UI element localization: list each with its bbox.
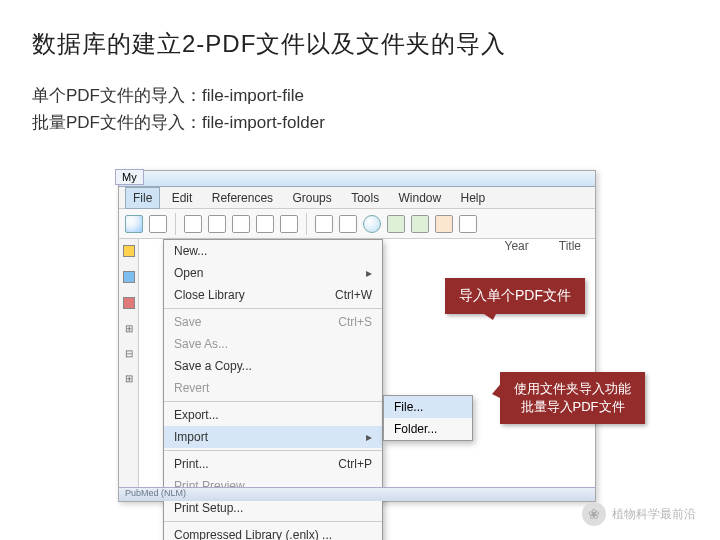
sidebar-expand-icon[interactable]: ⊞ [125, 373, 133, 384]
menu-item-close[interactable]: Close LibraryCtrl+W [164, 284, 382, 306]
sidebar-folder-icon[interactable] [123, 245, 135, 257]
menu-item-savecopy[interactable]: Save a Copy... [164, 355, 382, 377]
toolbar [119, 209, 595, 239]
menu-item-new[interactable]: New... [164, 240, 382, 262]
toolbar-btn[interactable] [256, 215, 274, 233]
toolbar-btn[interactable] [315, 215, 333, 233]
menu-separator [164, 308, 382, 309]
subtitle-block: 单个PDF文件的导入：file-import-file 批量PDF文件的导入：f… [0, 60, 720, 136]
menu-separator [164, 521, 382, 522]
submenu-item-folder[interactable]: Folder... [384, 418, 472, 440]
watermark: ❀ 植物科学最前沿 [582, 502, 696, 526]
menu-item-import[interactable]: Import▸ [164, 426, 382, 448]
menu-item-export[interactable]: Export... [164, 404, 382, 426]
menu-item-print[interactable]: Print...Ctrl+P [164, 453, 382, 475]
menu-item-saveas: Save As... [164, 333, 382, 355]
column-headers: Year Title [505, 239, 581, 253]
menu-groups[interactable]: Groups [284, 187, 339, 209]
app-window: File Edit References Groups Tools Window… [118, 170, 596, 502]
submenu-item-file[interactable]: File... [384, 396, 472, 418]
menu-file[interactable]: File [125, 187, 160, 209]
sidebar-tab[interactable]: My [115, 169, 144, 185]
import-submenu: File... Folder... [383, 395, 473, 441]
toolbar-sep [175, 213, 176, 235]
sidebar-trash-icon[interactable] [123, 297, 135, 309]
toolbar-arrow-icon[interactable] [411, 215, 429, 233]
sidebar-expand-icon[interactable]: ⊞ [125, 323, 133, 334]
toolbar-export-icon[interactable] [435, 215, 453, 233]
toolbar-arrow-icon[interactable] [387, 215, 405, 233]
toolbar-btn[interactable] [208, 215, 226, 233]
sub-line2: 批量PDF文件的导入：file-import-folder [32, 109, 720, 136]
menu-item-compressed[interactable]: Compressed Library (.enlx) ... [164, 524, 382, 540]
toolbar-btn[interactable] [232, 215, 250, 233]
sidebar-expand-icon[interactable]: ⊟ [125, 348, 133, 359]
toolbar-btn[interactable] [149, 215, 167, 233]
menu-item-open[interactable]: Open▸ [164, 262, 382, 284]
sidebar: My ⊞ ⊟ ⊞ [119, 239, 139, 501]
toolbar-globe-icon[interactable] [125, 215, 143, 233]
menu-separator [164, 450, 382, 451]
toolbar-sep [306, 213, 307, 235]
wechat-icon: ❀ [582, 502, 606, 526]
window-titlebar [119, 171, 595, 187]
toolbar-search-icon[interactable] [363, 215, 381, 233]
menu-item-save: SaveCtrl+S [164, 311, 382, 333]
menu-window[interactable]: Window [391, 187, 450, 209]
watermark-text: 植物科学最前沿 [612, 506, 696, 523]
col-year[interactable]: Year [505, 239, 529, 253]
page-title: 数据库的建立2-PDF文件以及文件夹的导入 [0, 0, 720, 60]
chevron-right-icon: ▸ [366, 266, 372, 280]
menu-item-revert: Revert [164, 377, 382, 399]
sidebar-folder-icon[interactable] [123, 271, 135, 283]
toolbar-btn[interactable] [280, 215, 298, 233]
col-title[interactable]: Title [559, 239, 581, 253]
menu-tools[interactable]: Tools [343, 187, 387, 209]
toolbar-btn[interactable] [339, 215, 357, 233]
menu-edit[interactable]: Edit [164, 187, 201, 209]
menu-references[interactable]: References [204, 187, 281, 209]
menubar[interactable]: File Edit References Groups Tools Window… [119, 187, 595, 209]
sub-line1: 单个PDF文件的导入：file-import-file [32, 82, 720, 109]
menu-help[interactable]: Help [453, 187, 494, 209]
callout-single-pdf: 导入单个PDF文件 [445, 278, 585, 314]
callout-folder-pdf: 使用文件夹导入功能批量导入PDF文件 [500, 372, 645, 424]
menu-separator [164, 401, 382, 402]
status-bar: PubMed (NLM) [119, 487, 595, 501]
toolbar-btn[interactable] [184, 215, 202, 233]
toolbar-btn[interactable] [459, 215, 477, 233]
chevron-right-icon: ▸ [366, 430, 372, 444]
